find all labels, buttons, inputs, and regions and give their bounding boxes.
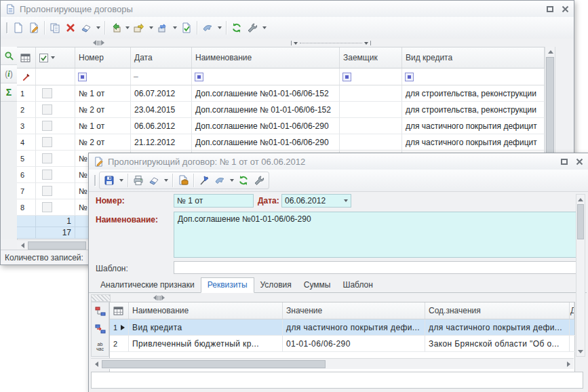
cell-name[interactable]: Доп.соглашение №01-01-06/06-290 bbox=[192, 118, 340, 134]
ab-time-icon[interactable]: ab час bbox=[93, 339, 108, 354]
cell-borrower[interactable] bbox=[340, 134, 402, 151]
tab-template[interactable]: Шаблон bbox=[336, 278, 378, 292]
table-row[interactable]: 2 № 2 от 23.04.2015 Доп.соглашение № 01-… bbox=[17, 102, 545, 118]
toolbar-grip[interactable] bbox=[6, 22, 7, 33]
splitter-handle-icon[interactable] bbox=[93, 40, 104, 45]
cell-credit-type[interactable]: для строительства, реконструкции bbox=[402, 102, 545, 118]
header-date-clipped[interactable]: Д bbox=[570, 302, 574, 319]
print-button[interactable] bbox=[131, 173, 146, 188]
scroll-up-icon[interactable] bbox=[545, 47, 556, 57]
hierarchy-icon[interactable] bbox=[93, 304, 108, 319]
scroll-down-icon[interactable] bbox=[576, 347, 585, 356]
filter-number[interactable] bbox=[75, 68, 131, 85]
tools-icon[interactable] bbox=[252, 173, 267, 188]
close-icon[interactable] bbox=[562, 5, 569, 13]
exchange-dropdown[interactable] bbox=[171, 20, 178, 35]
cell-name[interactable]: Доп.соглашение №01-01-06/06-152 bbox=[192, 85, 340, 102]
header-name[interactable]: Наименование bbox=[192, 47, 340, 68]
cell-date[interactable]: 06.07.2012 bbox=[131, 85, 192, 102]
tab-sums[interactable]: Суммы bbox=[298, 278, 337, 292]
exchange-icon[interactable] bbox=[155, 20, 170, 35]
scroll-left-icon[interactable] bbox=[17, 240, 28, 250]
cell-borrower[interactable] bbox=[340, 102, 402, 118]
table-row[interactable]: 3 № 1 от 06.06.2012 Доп.соглашение №01-0… bbox=[17, 118, 545, 134]
tab-conditions[interactable]: Условия bbox=[254, 278, 298, 292]
header-borrower[interactable]: Заемщик bbox=[340, 47, 402, 68]
number-field[interactable] bbox=[174, 194, 254, 208]
filter-borrower[interactable] bbox=[340, 68, 402, 85]
filter-name[interactable] bbox=[192, 68, 340, 85]
row-checkbox[interactable] bbox=[42, 88, 52, 98]
scroll-up-icon[interactable] bbox=[576, 195, 585, 204]
cell-number[interactable]: № 1 от bbox=[75, 85, 131, 102]
header-credit-type[interactable]: Вид кредита bbox=[402, 47, 545, 68]
hierarchy-move-icon[interactable] bbox=[93, 321, 108, 336]
header-grid-icon-cell[interactable] bbox=[110, 302, 129, 319]
tools-icon[interactable] bbox=[245, 20, 260, 35]
new-document-button[interactable] bbox=[11, 20, 26, 35]
table-row[interactable]: 1 № 1 от 06.07.2012 Доп.соглашение №01-0… bbox=[17, 85, 545, 102]
row-checkbox[interactable] bbox=[42, 153, 52, 163]
header-name[interactable]: Наименование bbox=[129, 302, 283, 319]
delete-button[interactable] bbox=[63, 20, 78, 35]
row-checkbox[interactable] bbox=[42, 186, 52, 196]
copy-button[interactable] bbox=[47, 20, 62, 35]
chevron-down-icon[interactable] bbox=[341, 195, 351, 207]
template-field[interactable] bbox=[174, 261, 583, 274]
check-document-button[interactable] bbox=[179, 20, 194, 35]
tab-requisites[interactable]: Реквизиты bbox=[201, 277, 254, 293]
header-number[interactable]: Номер bbox=[75, 47, 131, 68]
header-value[interactable]: Значение bbox=[283, 302, 425, 319]
header-value-content[interactable]: Сод.значения bbox=[425, 302, 570, 319]
filter-checkbox-cell[interactable] bbox=[36, 68, 75, 85]
filter-date[interactable]: – bbox=[131, 68, 192, 85]
cell-credit-type[interactable]: для строительства, реконструкции bbox=[402, 85, 545, 102]
cell-number[interactable]: № 2 от bbox=[75, 134, 131, 151]
maximize-icon[interactable] bbox=[561, 159, 568, 165]
dialog-vertical-scrollbar[interactable] bbox=[576, 194, 585, 357]
send-icon[interactable] bbox=[200, 20, 215, 35]
row-checkbox[interactable] bbox=[42, 170, 52, 180]
eraser-icon[interactable] bbox=[146, 173, 161, 188]
eraser-dropdown[interactable] bbox=[162, 173, 170, 188]
cell-number[interactable]: № 2 от bbox=[75, 102, 131, 118]
cell-date[interactable]: 21.12.2012 bbox=[131, 134, 192, 151]
maximize-icon[interactable] bbox=[547, 6, 553, 12]
scrollbar-thumb[interactable] bbox=[546, 57, 554, 159]
cell-date[interactable]: 06.06.2012 bbox=[131, 118, 192, 134]
clear-filter-cell[interactable] bbox=[17, 68, 36, 85]
header-checkbox-cell[interactable] bbox=[36, 47, 75, 68]
save-dropdown[interactable] bbox=[117, 173, 125, 188]
scroll-left-icon[interactable] bbox=[91, 359, 102, 369]
date-combobox[interactable]: 06.06.2012 bbox=[281, 194, 351, 208]
send-dropdown[interactable] bbox=[216, 20, 223, 35]
scroll-right-icon[interactable] bbox=[563, 359, 574, 369]
toolbar-grip[interactable] bbox=[94, 175, 96, 186]
table-row[interactable]: 4 № 2 от 21.12.2012 Доп.соглашение №01-0… bbox=[17, 134, 545, 151]
cell-borrower[interactable] bbox=[340, 118, 402, 134]
cell-value-content[interactable]: для частичного покрытия дефи... bbox=[425, 319, 570, 336]
row-checkbox[interactable] bbox=[42, 202, 52, 212]
header-date[interactable]: Дата bbox=[131, 47, 192, 68]
name-textarea[interactable]: Доп.соглашение №01-01-06/06-290 bbox=[174, 212, 583, 258]
scrollbar-thumb[interactable] bbox=[577, 204, 584, 239]
eraser-dropdown[interactable] bbox=[94, 20, 102, 35]
send-out-icon[interactable] bbox=[132, 20, 146, 35]
row-checkbox[interactable] bbox=[42, 137, 52, 147]
cell-borrower[interactable] bbox=[340, 85, 402, 102]
send-icon[interactable] bbox=[212, 173, 227, 188]
cell-name[interactable]: Доп.соглашение №01-01-06/06-290 bbox=[192, 134, 340, 151]
refresh-button[interactable] bbox=[236, 173, 251, 188]
note-field[interactable] bbox=[91, 372, 583, 389]
cell-number[interactable]: № 1 от bbox=[75, 118, 131, 134]
filter-credit-type[interactable] bbox=[402, 68, 545, 85]
eraser-icon[interactable] bbox=[79, 20, 94, 35]
grid-horizontal-scrollbar[interactable] bbox=[91, 358, 574, 369]
save-button[interactable] bbox=[102, 173, 117, 188]
send-out-dropdown[interactable] bbox=[147, 20, 155, 35]
flag-icon[interactable] bbox=[197, 173, 212, 188]
cell-value[interactable]: для частичного покрытия дефи... bbox=[283, 319, 425, 336]
scrollbar-thumb[interactable] bbox=[28, 241, 86, 250]
info-button[interactable]: (i) bbox=[1, 65, 17, 83]
receive-dropdown[interactable] bbox=[123, 20, 131, 35]
